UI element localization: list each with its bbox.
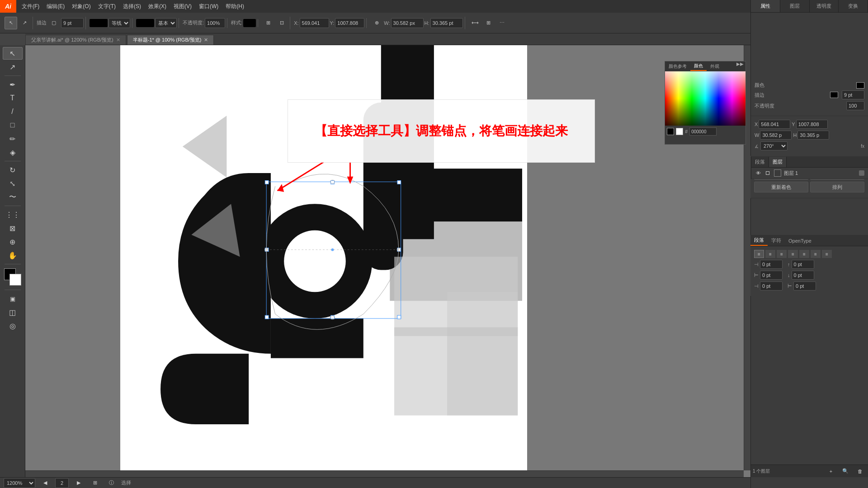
color-gradient[interactable] [665, 71, 745, 126]
rp-tab-properties[interactable]: 属性 [751, 0, 780, 12]
line-tool[interactable]: / [3, 105, 23, 118]
stroke-size-input[interactable] [61, 18, 84, 28]
last-indent-input[interactable] [793, 282, 816, 291]
rotate-tool[interactable]: ↻ [3, 164, 23, 176]
layer-1[interactable]: 👁 图层 1 [751, 168, 868, 179]
fill-type-select[interactable]: 基本 [155, 18, 177, 28]
layers-delete-btn[interactable]: 🗑 [854, 467, 866, 476]
tab-2-close[interactable]: ✕ [204, 37, 208, 43]
status-info-btn[interactable]: ⓘ [105, 477, 118, 488]
cp-tab-ref[interactable]: 颜色参考 [665, 61, 690, 71]
cp-expand-btn[interactable]: ▶▶ [735, 61, 745, 71]
hand-tool[interactable]: ✋ [3, 249, 23, 262]
direct-select-tool[interactable]: ↗ [3, 61, 23, 73]
link-icon[interactable]: ⊕ [370, 17, 383, 29]
distribute-btn[interactable]: ⊡ [275, 17, 288, 29]
pen-tool[interactable]: ✒ [3, 78, 23, 91]
layer-visibility-icon[interactable]: 👁 [755, 170, 761, 176]
cp-tab-color[interactable]: 颜色 [690, 61, 707, 71]
more-btn[interactable]: ⋯ [496, 17, 509, 29]
menu-view[interactable]: 视图(V) [170, 0, 195, 13]
indent-left-input[interactable] [760, 260, 783, 269]
rp-tab-transform[interactable]: 变换 [839, 0, 868, 12]
justify-center-btn[interactable]: ≡ [799, 250, 809, 258]
warp-tool[interactable]: 〜 [3, 191, 23, 203]
prev-page-btn[interactable]: ◀ [39, 477, 52, 488]
background-color[interactable] [9, 274, 21, 286]
rp-opacity-input[interactable] [846, 101, 864, 110]
align-btn[interactable]: ⊞ [262, 17, 274, 29]
rp-fx-label[interactable]: fx [861, 144, 864, 149]
canvas-area[interactable]: 【直接选择工具】调整锚点，将笔画连接起来 [25, 45, 750, 477]
x-input[interactable] [300, 18, 329, 28]
menu-edit[interactable]: 编辑(E) [43, 0, 68, 13]
direct-selection-btn[interactable]: ↗ [18, 17, 31, 29]
qa-arrange-btn[interactable]: 排列 [810, 182, 864, 192]
w-input[interactable] [391, 18, 424, 28]
align-center-btn[interactable]: ≡ [765, 250, 775, 258]
indent-right-input[interactable] [760, 271, 783, 280]
justify-right-btn[interactable]: ≡ [811, 250, 821, 258]
menu-file[interactable]: 文件(F) [18, 0, 43, 13]
qa-recolor-btn[interactable]: 重新着色 [754, 182, 808, 192]
scale-tool[interactable]: ⤡ [3, 177, 23, 190]
rp-angle-select[interactable]: 270° [760, 141, 788, 150]
page-input[interactable] [55, 478, 69, 488]
space-after-input[interactable] [792, 271, 814, 280]
tab-1-close[interactable]: ✕ [116, 37, 120, 43]
h-input[interactable] [430, 18, 463, 28]
fill-swatch[interactable] [136, 19, 154, 27]
tab-1[interactable]: 父亲节讲解.ai* @ 1200% (RGB/预览) ✕ [25, 35, 126, 45]
typo-tab-opentype[interactable]: OpenType [785, 235, 815, 246]
menu-text[interactable]: 文字(T) [94, 0, 119, 13]
stroke-type-select[interactable]: 等线 [108, 18, 130, 28]
select-tool[interactable]: ↖ [3, 47, 23, 60]
menu-help[interactable]: 帮助(H) [222, 0, 248, 13]
cp-tab-appearance[interactable]: 外观 [707, 61, 723, 71]
color-swatch-white[interactable] [676, 128, 683, 135]
stroke-style-swatch[interactable] [90, 19, 108, 27]
layers-new-btn[interactable]: + [825, 467, 837, 476]
menu-object[interactable]: 对象(O) [68, 0, 94, 13]
layers-tab-para[interactable]: 段落 [751, 157, 769, 167]
rect-tool[interactable]: □ [3, 119, 23, 131]
layers-search-btn[interactable]: 🔍 [839, 467, 852, 476]
horizontal-scrollbar[interactable] [25, 470, 744, 477]
layer-expand-icon[interactable] [766, 171, 769, 175]
opacity-input[interactable] [205, 18, 225, 28]
typo-tab-paragraph[interactable]: 段落 [750, 235, 768, 246]
tools-btn2[interactable]: ⊞ [482, 17, 495, 29]
tab-2[interactable]: 半标题-1* @ 100% (RGB/预览) ✕ [127, 35, 214, 45]
justify-left-btn[interactable]: ≡ [788, 250, 798, 258]
artboard-nav-btn[interactable]: ⊞ [89, 477, 101, 488]
graph-tool[interactable]: ⋮⋮ [3, 208, 23, 221]
align-right-btn[interactable]: ≡ [777, 250, 787, 258]
typo-tab-char[interactable]: 字符 [768, 235, 785, 246]
space-before-input[interactable] [792, 260, 814, 269]
slice-tool[interactable]: ⊠ [3, 222, 23, 235]
y-input[interactable] [335, 18, 364, 28]
paint-tool[interactable]: ✏ [3, 132, 23, 145]
zoom-tool[interactable]: ⊕ [3, 235, 23, 248]
rp-w-input[interactable] [760, 131, 792, 140]
menu-effect[interactable]: 效果(X) [145, 0, 170, 13]
color-swatch-black[interactable] [667, 128, 674, 135]
next-page-btn[interactable]: ▶ [72, 477, 85, 488]
rp-tab-layers-link[interactable]: 图层 [780, 0, 810, 12]
rp-h-input[interactable] [797, 131, 829, 140]
zoom-select[interactable]: 1200% [4, 478, 35, 488]
rp-stroke-swatch[interactable] [830, 92, 838, 98]
layer-lock-icon[interactable] [859, 170, 864, 176]
first-indent-input[interactable] [760, 282, 783, 291]
menu-select[interactable]: 选择(S) [119, 0, 145, 13]
rp-y-input[interactable] [796, 120, 828, 129]
selection-tool-btn[interactable]: ↖ [5, 17, 17, 29]
artboard[interactable]: 【直接选择工具】调整锚点，将笔画连接起来 [120, 45, 527, 477]
rp-stroke-input[interactable] [842, 90, 864, 99]
transparency-btn[interactable]: ◎ [3, 319, 23, 332]
gradient-tool[interactable]: ◫ [3, 306, 23, 319]
rp-fill-swatch[interactable] [856, 82, 864, 89]
justify-all-btn[interactable]: ≡ [822, 250, 832, 258]
arrange-btn[interactable]: ⟷ [469, 17, 481, 29]
screen-mode-btn[interactable]: ▣ [3, 292, 23, 305]
